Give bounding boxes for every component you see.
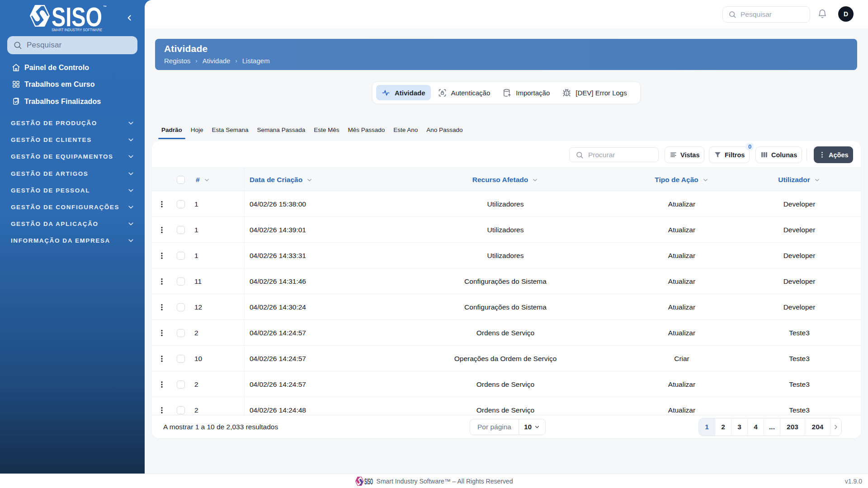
svg-text:™: ™ xyxy=(103,5,107,9)
svg-text:SMART INDUSTRY SOFTWARE: SMART INDUSTRY SOFTWARE xyxy=(52,28,102,32)
svg-text:SISO: SISO xyxy=(364,477,373,486)
